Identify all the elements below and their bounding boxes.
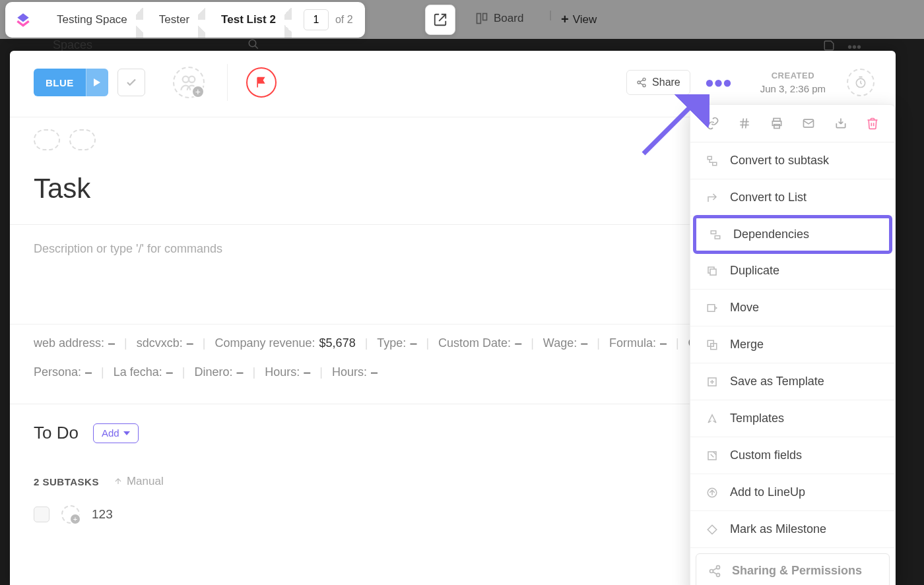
menu-item-duplicate[interactable]: Duplicate xyxy=(690,253,895,290)
milestone-icon xyxy=(705,524,719,536)
menu-item-label: Mark as Milestone xyxy=(730,522,826,536)
app-logo-icon[interactable] xyxy=(5,11,41,28)
field-value[interactable]: – xyxy=(515,331,521,355)
subtask-assignee-placeholder[interactable] xyxy=(61,505,80,524)
field-value[interactable]: – xyxy=(85,360,92,384)
menu-item-move[interactable]: Move xyxy=(690,290,895,326)
menu-item-save-template[interactable]: Save as Template xyxy=(690,363,895,400)
svg-point-37 xyxy=(717,565,720,569)
time-tracking-placeholder[interactable] xyxy=(847,69,874,96)
svg-rect-25 xyxy=(713,162,717,166)
archive-icon[interactable] xyxy=(833,115,849,131)
share-button[interactable]: Share xyxy=(626,70,690,95)
field-label: Hours: xyxy=(332,360,367,384)
breadcrumb: Testing Space Tester Test List 2 of 2 xyxy=(5,2,365,38)
task-options-menu: Convert to subtaskConvert to ListDepende… xyxy=(690,104,896,585)
sort-mode[interactable]: Manual xyxy=(114,475,164,488)
subtask-name: 123 xyxy=(92,507,113,522)
tag-placeholder[interactable] xyxy=(34,129,60,150)
menu-item-label: Dependencies xyxy=(733,228,809,241)
menu-item-label: Duplicate xyxy=(730,264,779,278)
menu-item-label: Add to LineUp xyxy=(730,485,805,499)
breadcrumb-space[interactable]: Testing Space xyxy=(41,2,143,38)
field-value[interactable]: – xyxy=(410,331,416,355)
add-subtask-button[interactable]: Add xyxy=(93,423,139,443)
field-value[interactable]: – xyxy=(237,360,244,384)
svg-line-41 xyxy=(713,572,717,574)
duplicate-icon xyxy=(705,265,719,277)
svg-rect-28 xyxy=(710,269,716,275)
assignee-placeholder[interactable]: + xyxy=(173,67,205,98)
svg-point-5 xyxy=(189,77,195,82)
svg-line-9 xyxy=(640,80,644,82)
menu-item-custom-fields[interactable]: Custom fields xyxy=(690,437,895,474)
status-next-icon[interactable] xyxy=(86,69,108,96)
menu-item-dependencies[interactable]: Dependencies xyxy=(693,215,892,254)
page-of-label: of 2 xyxy=(335,14,353,26)
field-value[interactable]: – xyxy=(108,331,115,355)
menu-item-templates[interactable]: Templates xyxy=(690,400,895,437)
menu-item-convert-subtask[interactable]: Convert to subtask xyxy=(690,142,895,179)
tag-placeholder[interactable] xyxy=(69,129,96,150)
field-value[interactable]: – xyxy=(187,331,193,355)
svg-line-10 xyxy=(640,83,644,85)
trash-icon[interactable] xyxy=(865,115,880,131)
menu-sharing-permissions[interactable]: Sharing & Permissions xyxy=(696,553,890,585)
field-value[interactable]: – xyxy=(660,331,667,355)
page-input[interactable] xyxy=(304,9,329,30)
mail-icon[interactable] xyxy=(801,115,816,131)
lineup-icon xyxy=(705,487,719,499)
field-value[interactable]: – xyxy=(304,360,310,384)
svg-line-18 xyxy=(742,119,744,129)
breadcrumb-list[interactable]: Test List 2 xyxy=(205,2,292,38)
custom-fields-icon xyxy=(705,450,719,462)
field-label: Dinero: xyxy=(195,360,233,384)
svg-point-4 xyxy=(183,77,189,82)
print-icon[interactable] xyxy=(769,115,785,131)
svg-point-7 xyxy=(638,81,640,84)
field-label: Hours: xyxy=(265,360,300,384)
svg-rect-24 xyxy=(708,156,711,160)
created-label: CREATED xyxy=(760,71,826,80)
priority-flag-button[interactable] xyxy=(246,67,277,98)
field-value[interactable]: – xyxy=(166,360,173,384)
share-label: Share xyxy=(652,77,680,88)
more-options-button[interactable]: ●●● xyxy=(705,73,731,92)
field-value[interactable]: $5,678 xyxy=(319,331,356,355)
menu-item-merge[interactable]: Merge xyxy=(690,326,895,363)
menu-item-label: Custom fields xyxy=(730,448,802,462)
field-label: Formula: xyxy=(609,331,656,355)
svg-point-6 xyxy=(643,78,645,80)
menu-item-milestone[interactable]: Mark as Milestone xyxy=(690,511,895,548)
merge-icon xyxy=(705,339,719,351)
field-label: La fecha: xyxy=(114,360,162,384)
dependencies-icon xyxy=(708,229,723,241)
link-icon[interactable] xyxy=(705,115,721,131)
open-external-button[interactable] xyxy=(425,5,455,35)
created-info: CREATED Jun 3, 2:36 pm xyxy=(760,71,826,94)
menu-item-convert-list[interactable]: Convert to List xyxy=(690,179,895,216)
hash-icon[interactable] xyxy=(737,115,752,131)
svg-point-8 xyxy=(643,84,645,87)
status-button[interactable]: BLUE xyxy=(34,69,108,96)
menu-item-lineup[interactable]: Add to LineUp xyxy=(690,474,895,511)
field-label: Company revenue: xyxy=(215,331,315,355)
save-template-icon xyxy=(705,376,719,388)
complete-check-button[interactable] xyxy=(117,69,145,96)
svg-point-39 xyxy=(717,573,720,576)
field-label: web address: xyxy=(34,331,104,355)
svg-line-40 xyxy=(713,568,717,570)
field-value[interactable]: – xyxy=(371,360,378,384)
field-label: Type: xyxy=(377,331,406,355)
menu-item-label: Merge xyxy=(730,338,764,352)
subtask-checkbox[interactable] xyxy=(34,507,50,522)
divider xyxy=(227,64,228,101)
menu-item-label: Convert to subtask xyxy=(730,154,829,168)
move-icon xyxy=(705,302,719,314)
breadcrumb-pager: of 2 xyxy=(292,9,365,30)
created-time: Jun 3, 2:36 pm xyxy=(760,83,826,94)
field-label: Wage: xyxy=(543,331,577,355)
field-label: sdcvxcb: xyxy=(137,331,183,355)
field-value[interactable]: – xyxy=(581,331,587,355)
breadcrumb-folder[interactable]: Tester xyxy=(143,2,205,38)
